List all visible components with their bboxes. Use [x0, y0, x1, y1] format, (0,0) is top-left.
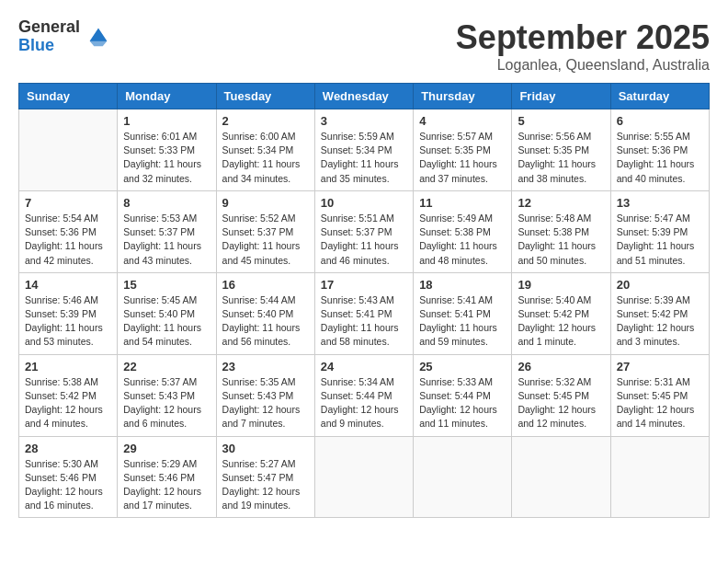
- calendar-cell: 4Sunrise: 5:57 AM Sunset: 5:35 PM Daylig…: [414, 109, 512, 191]
- logo-text: General Blue: [18, 18, 80, 55]
- day-number: 18: [419, 278, 506, 292]
- day-number: 22: [123, 360, 210, 373]
- location: Loganlea, Queensland, Australia: [456, 57, 710, 74]
- day-number: 10: [321, 196, 407, 210]
- day-number: 3: [321, 114, 407, 128]
- day-number: 26: [518, 360, 604, 373]
- calendar-cell: 3Sunrise: 5:59 AM Sunset: 5:34 PM Daylig…: [314, 109, 413, 191]
- calendar-week-5: 28Sunrise: 5:30 AM Sunset: 5:46 PM Dayli…: [19, 436, 710, 518]
- day-info: Sunrise: 5:44 AM Sunset: 5:40 PM Dayligh…: [222, 293, 309, 350]
- calendar-cell: 30Sunrise: 5:27 AM Sunset: 5:47 PM Dayli…: [216, 436, 314, 518]
- calendar-cell: [512, 436, 610, 518]
- day-info: Sunrise: 5:45 AM Sunset: 5:40 PM Dayligh…: [123, 293, 210, 350]
- calendar-table: SundayMondayTuesdayWednesdayThursdayFrid…: [18, 83, 710, 518]
- day-info: Sunrise: 5:56 AM Sunset: 5:35 PM Dayligh…: [518, 130, 604, 186]
- day-info: Sunrise: 6:01 AM Sunset: 5:33 PM Dayligh…: [123, 130, 210, 186]
- day-number: 2: [222, 114, 309, 128]
- day-info: Sunrise: 5:32 AM Sunset: 5:45 PM Dayligh…: [518, 375, 604, 431]
- calendar-cell: 17Sunrise: 5:43 AM Sunset: 5:41 PM Dayli…: [314, 272, 413, 354]
- calendar-cell: 25Sunrise: 5:33 AM Sunset: 5:44 PM Dayli…: [414, 354, 512, 436]
- calendar-cell: 11Sunrise: 5:49 AM Sunset: 5:38 PM Dayli…: [414, 190, 512, 272]
- day-info: Sunrise: 5:41 AM Sunset: 5:41 PM Dayligh…: [419, 293, 506, 350]
- day-number: 15: [123, 278, 210, 292]
- day-number: 4: [419, 114, 506, 128]
- day-number: 1: [123, 114, 210, 128]
- day-number: 11: [419, 196, 506, 210]
- day-info: Sunrise: 5:53 AM Sunset: 5:37 PM Dayligh…: [123, 212, 210, 268]
- calendar-cell: 7Sunrise: 5:54 AM Sunset: 5:36 PM Daylig…: [19, 190, 118, 272]
- day-info: Sunrise: 5:59 AM Sunset: 5:34 PM Dayligh…: [321, 130, 407, 186]
- day-number: 25: [419, 360, 506, 373]
- day-info: Sunrise: 5:31 AM Sunset: 5:45 PM Dayligh…: [617, 375, 703, 431]
- calendar-cell: [19, 109, 118, 191]
- day-info: Sunrise: 5:47 AM Sunset: 5:39 PM Dayligh…: [617, 212, 703, 268]
- calendar-cell: 5Sunrise: 5:56 AM Sunset: 5:35 PM Daylig…: [512, 109, 610, 191]
- logo: General Blue: [18, 18, 111, 55]
- day-number: 7: [25, 196, 111, 210]
- day-info: Sunrise: 5:40 AM Sunset: 5:42 PM Dayligh…: [518, 293, 604, 350]
- calendar-cell: 28Sunrise: 5:30 AM Sunset: 5:46 PM Dayli…: [19, 436, 118, 518]
- day-number: 21: [25, 360, 111, 373]
- calendar-cell: 6Sunrise: 5:55 AM Sunset: 5:36 PM Daylig…: [610, 109, 709, 191]
- day-number: 16: [222, 278, 309, 292]
- calendar-cell: 8Sunrise: 5:53 AM Sunset: 5:37 PM Daylig…: [118, 190, 216, 272]
- calendar-cell: 13Sunrise: 5:47 AM Sunset: 5:39 PM Dayli…: [610, 190, 709, 272]
- day-number: 19: [518, 278, 604, 292]
- calendar-cell: [414, 436, 512, 518]
- month-title: September 2025: [456, 18, 710, 57]
- calendar-cell: 18Sunrise: 5:41 AM Sunset: 5:41 PM Dayli…: [414, 272, 512, 354]
- day-number: 28: [25, 442, 111, 455]
- day-info: Sunrise: 5:33 AM Sunset: 5:44 PM Dayligh…: [419, 375, 506, 431]
- calendar-cell: 24Sunrise: 5:34 AM Sunset: 5:44 PM Dayli…: [314, 354, 413, 436]
- calendar-week-3: 14Sunrise: 5:46 AM Sunset: 5:39 PM Dayli…: [19, 272, 710, 354]
- day-info: Sunrise: 5:52 AM Sunset: 5:37 PM Dayligh…: [222, 212, 309, 268]
- calendar-week-1: 1Sunrise: 6:01 AM Sunset: 5:33 PM Daylig…: [19, 109, 710, 191]
- calendar-cell: [314, 436, 413, 518]
- calendar-cell: 27Sunrise: 5:31 AM Sunset: 5:45 PM Dayli…: [610, 354, 709, 436]
- column-header-saturday: Saturday: [610, 84, 709, 109]
- calendar-cell: 15Sunrise: 5:45 AM Sunset: 5:40 PM Dayli…: [118, 272, 216, 354]
- calendar-cell: 23Sunrise: 5:35 AM Sunset: 5:43 PM Dayli…: [216, 354, 314, 436]
- column-header-monday: Monday: [118, 84, 216, 109]
- day-number: 24: [321, 360, 407, 373]
- calendar-cell: 26Sunrise: 5:32 AM Sunset: 5:45 PM Dayli…: [512, 354, 610, 436]
- logo-blue: Blue: [18, 37, 80, 55]
- calendar-cell: 10Sunrise: 5:51 AM Sunset: 5:37 PM Dayli…: [314, 190, 413, 272]
- day-number: 6: [617, 114, 703, 128]
- day-number: 29: [123, 442, 210, 455]
- day-info: Sunrise: 5:29 AM Sunset: 5:46 PM Dayligh…: [123, 457, 210, 513]
- column-header-thursday: Thursday: [414, 84, 512, 109]
- calendar-header-row: SundayMondayTuesdayWednesdayThursdayFrid…: [19, 84, 710, 109]
- day-number: 13: [617, 196, 703, 210]
- calendar-week-2: 7Sunrise: 5:54 AM Sunset: 5:36 PM Daylig…: [19, 190, 710, 272]
- day-info: Sunrise: 5:35 AM Sunset: 5:43 PM Dayligh…: [222, 375, 309, 431]
- day-info: Sunrise: 5:37 AM Sunset: 5:43 PM Dayligh…: [123, 375, 210, 431]
- day-info: Sunrise: 5:34 AM Sunset: 5:44 PM Dayligh…: [321, 375, 407, 431]
- day-info: Sunrise: 5:51 AM Sunset: 5:37 PM Dayligh…: [321, 212, 407, 268]
- calendar-cell: 16Sunrise: 5:44 AM Sunset: 5:40 PM Dayli…: [216, 272, 314, 354]
- calendar-cell: 12Sunrise: 5:48 AM Sunset: 5:38 PM Dayli…: [512, 190, 610, 272]
- column-header-tuesday: Tuesday: [216, 84, 314, 109]
- day-number: 14: [25, 278, 111, 292]
- calendar-week-4: 21Sunrise: 5:38 AM Sunset: 5:42 PM Dayli…: [19, 354, 710, 436]
- title-section: September 2025 Loganlea, Queensland, Aus…: [456, 18, 710, 74]
- calendar-cell: 20Sunrise: 5:39 AM Sunset: 5:42 PM Dayli…: [610, 272, 709, 354]
- calendar-cell: 9Sunrise: 5:52 AM Sunset: 5:37 PM Daylig…: [216, 190, 314, 272]
- svg-marker-1: [90, 28, 108, 46]
- calendar-cell: 1Sunrise: 6:01 AM Sunset: 5:33 PM Daylig…: [118, 109, 216, 191]
- day-info: Sunrise: 5:30 AM Sunset: 5:46 PM Dayligh…: [25, 457, 111, 513]
- day-info: Sunrise: 5:27 AM Sunset: 5:47 PM Dayligh…: [222, 457, 309, 513]
- calendar-cell: 2Sunrise: 6:00 AM Sunset: 5:34 PM Daylig…: [216, 109, 314, 191]
- column-header-wednesday: Wednesday: [314, 84, 413, 109]
- day-info: Sunrise: 5:43 AM Sunset: 5:41 PM Dayligh…: [321, 293, 407, 350]
- day-info: Sunrise: 5:48 AM Sunset: 5:38 PM Dayligh…: [518, 212, 604, 268]
- day-number: 20: [617, 278, 703, 292]
- page-header: General Blue September 2025 Loganlea, Qu…: [18, 18, 710, 74]
- day-info: Sunrise: 5:55 AM Sunset: 5:36 PM Dayligh…: [617, 130, 703, 186]
- day-number: 27: [617, 360, 703, 373]
- column-header-friday: Friday: [512, 84, 610, 109]
- day-number: 5: [518, 114, 604, 128]
- day-info: Sunrise: 5:54 AM Sunset: 5:36 PM Dayligh…: [25, 212, 111, 268]
- calendar-cell: 19Sunrise: 5:40 AM Sunset: 5:42 PM Dayli…: [512, 272, 610, 354]
- day-info: Sunrise: 6:00 AM Sunset: 5:34 PM Dayligh…: [222, 130, 309, 186]
